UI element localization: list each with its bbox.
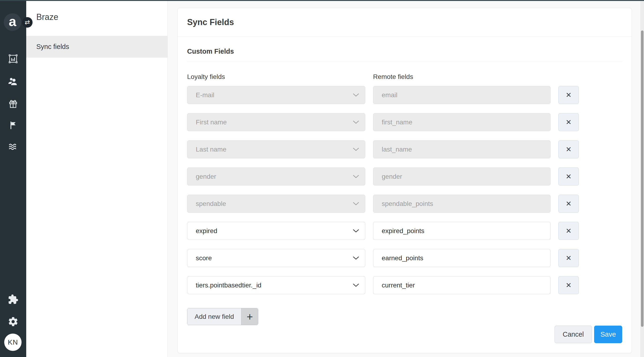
field-mapping-row: E-mail ✕ — [187, 86, 622, 104]
save-button[interactable]: Save — [594, 326, 622, 343]
customers-icon — [8, 76, 18, 87]
plus-icon[interactable]: + — [241, 308, 258, 325]
loyalty-field-select[interactable]: tiers.pointbasedtier._id — [187, 276, 365, 294]
form-actions: Cancel Save — [187, 326, 622, 343]
remove-row-button[interactable]: ✕ — [558, 113, 579, 131]
close-icon: ✕ — [566, 118, 572, 126]
field-mapping-row: Last name ✕ — [187, 140, 622, 158]
chevron-down-icon — [353, 175, 359, 178]
sidebar-item-workflows[interactable] — [0, 142, 26, 152]
remote-field-input — [373, 195, 550, 213]
add-new-field-label: Add new field — [187, 308, 241, 325]
page-title: Sync Fields — [187, 17, 234, 27]
panel-toggle-button[interactable]: ⇄ — [22, 17, 32, 28]
remote-field-input — [373, 86, 550, 104]
field-mapping-row: expired ✕ — [187, 222, 622, 240]
field-mapping-row: tiers.pointbasedtier._id ✕ — [187, 276, 622, 294]
section-title: Custom Fields — [187, 47, 622, 55]
remote-field-input — [373, 113, 550, 131]
sync-fields-card: Sync Fields Custom Fields Loyalty fields… — [178, 8, 632, 353]
gift-icon — [8, 98, 18, 110]
remove-row-button[interactable]: ✕ — [558, 140, 579, 158]
scrollbar-thumb[interactable] — [641, 30, 644, 327]
loyalty-field-value: Last name — [196, 146, 226, 153]
field-mapping-row: spendable ✕ — [187, 195, 622, 213]
panel-item-sync-fields[interactable]: Sync fields — [26, 36, 168, 58]
close-icon: ✕ — [566, 254, 572, 262]
waves-icon — [8, 142, 18, 152]
main-content: Sync Fields Custom Fields Loyalty fields… — [168, 1, 644, 357]
app-sidebar: a — [0, 0, 26, 357]
cancel-button[interactable]: Cancel — [554, 326, 592, 343]
flag-icon — [8, 120, 18, 131]
logo-letter: a — [9, 14, 16, 30]
swap-arrows-icon: ⇄ — [24, 19, 30, 26]
remote-field-input — [373, 168, 550, 186]
vertical-scrollbar — [640, 1, 644, 357]
remove-row-button[interactable]: ✕ — [558, 195, 579, 213]
close-icon: ✕ — [566, 227, 572, 235]
panel-item-label: Sync fields — [36, 43, 69, 50]
sidebar-item-integrations[interactable] — [0, 294, 26, 305]
chevron-down-icon — [353, 120, 359, 124]
field-mapping-row: First name ✕ — [187, 113, 622, 131]
field-rows: E-mail ✕ First name ✕ Last name — [187, 86, 622, 294]
remote-field-input — [373, 140, 550, 158]
remove-row-button[interactable]: ✕ — [558, 276, 579, 294]
loyalty-field-value: First name — [196, 118, 227, 126]
remove-row-button[interactable]: ✕ — [558, 86, 579, 104]
remote-field-input[interactable] — [373, 276, 550, 294]
sidebar-item-settings[interactable] — [0, 316, 26, 327]
chevron-down-icon — [353, 148, 359, 151]
remote-column-label: Remote fields — [373, 73, 413, 81]
window-top-border — [0, 0, 644, 1]
field-mapping-row: gender ✕ — [187, 168, 622, 186]
loyalty-field-select[interactable]: score — [187, 249, 365, 267]
remote-field-input[interactable] — [373, 222, 550, 240]
section-divider — [187, 62, 622, 62]
user-avatar[interactable]: KN — [4, 334, 22, 351]
loyalty-field-value: tiers.pointbasedtier._id — [196, 282, 261, 289]
loyalty-field-value: E-mail — [196, 91, 214, 99]
column-labels: Loyalty fields Remote fields — [187, 73, 622, 81]
gear-icon — [8, 316, 18, 327]
sidebar-item-campaigns[interactable] — [0, 120, 26, 131]
integration-title: Braze — [36, 12, 58, 22]
loyalty-column-label: Loyalty fields — [187, 73, 373, 81]
analytics-board-icon — [8, 54, 18, 64]
screen: a — [0, 0, 644, 357]
sidebar-item-rewards[interactable] — [0, 98, 26, 110]
chevron-down-icon — [353, 93, 359, 97]
chevron-down-icon — [353, 202, 359, 206]
loyalty-field-select: First name — [187, 113, 365, 131]
integration-panel: Braze Sync fields — [26, 0, 168, 357]
card-body: Custom Fields Loyalty fields Remote fiel… — [178, 47, 632, 343]
sidebar-item-analytics[interactable] — [0, 54, 26, 64]
loyalty-field-select: Last name — [187, 140, 365, 158]
remove-row-button[interactable]: ✕ — [558, 222, 579, 240]
loyalty-field-value: expired — [196, 227, 217, 235]
remove-row-button[interactable]: ✕ — [558, 168, 579, 186]
card-header: Sync Fields — [178, 8, 632, 37]
add-new-field-button[interactable]: Add new field + — [187, 308, 258, 325]
remove-row-button[interactable]: ✕ — [558, 249, 579, 267]
chevron-down-icon — [353, 229, 359, 232]
close-icon: ✕ — [566, 281, 572, 289]
avatar-initials: KN — [8, 338, 18, 346]
sidebar-item-customers[interactable] — [0, 76, 26, 87]
loyalty-field-select: E-mail — [187, 86, 365, 104]
app-logo[interactable]: a — [4, 13, 21, 31]
puzzle-icon — [8, 294, 18, 305]
loyalty-field-select: spendable — [187, 195, 365, 213]
field-mapping-row: score ✕ — [187, 249, 622, 267]
remote-field-input[interactable] — [373, 249, 550, 267]
loyalty-field-select[interactable]: expired — [187, 222, 365, 240]
close-icon: ✕ — [566, 91, 572, 99]
loyalty-field-value: gender — [196, 173, 216, 180]
close-icon: ✕ — [566, 172, 572, 180]
close-icon: ✕ — [566, 200, 572, 208]
loyalty-field-select: gender — [187, 168, 365, 186]
chevron-down-icon — [353, 284, 359, 287]
loyalty-field-value: spendable — [196, 200, 226, 208]
close-icon: ✕ — [566, 145, 572, 154]
